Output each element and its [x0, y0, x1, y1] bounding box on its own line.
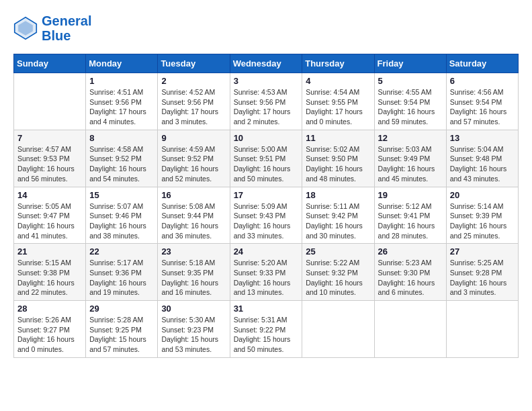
calendar-header-thursday: Thursday — [302, 54, 374, 73]
day-info: Sunrise: 5:23 AMSunset: 9:30 PMDaylight:… — [378, 258, 443, 298]
calendar-header-sunday: Sunday — [14, 54, 86, 73]
day-info: Sunrise: 4:52 AMSunset: 9:56 PMDaylight:… — [161, 87, 226, 127]
day-info: Sunrise: 5:00 AMSunset: 9:51 PMDaylight:… — [234, 144, 299, 184]
day-info: Sunrise: 4:53 AMSunset: 9:56 PMDaylight:… — [234, 87, 299, 127]
day-number: 2 — [161, 76, 226, 86]
day-info: Sunrise: 4:58 AMSunset: 9:52 PMDaylight:… — [89, 144, 154, 184]
day-number: 8 — [89, 133, 154, 143]
day-number: 6 — [450, 76, 515, 86]
day-number: 15 — [89, 190, 154, 200]
calendar-week-1: 1Sunrise: 4:51 AMSunset: 9:56 PMDaylight… — [14, 73, 519, 130]
day-number: 22 — [89, 246, 154, 257]
calendar-table: SundayMondayTuesdayWednesdayThursdayFrid… — [13, 54, 519, 358]
calendar-body: 1Sunrise: 4:51 AMSunset: 9:56 PMDaylight… — [14, 73, 519, 358]
calendar-cell: 8Sunrise: 4:58 AMSunset: 9:52 PMDaylight… — [86, 130, 158, 187]
calendar-cell: 21Sunrise: 5:15 AMSunset: 9:38 PMDayligh… — [14, 244, 86, 301]
day-number: 12 — [378, 133, 443, 143]
day-info: Sunrise: 5:09 AMSunset: 9:43 PMDaylight:… — [234, 201, 299, 241]
day-info: Sunrise: 5:20 AMSunset: 9:33 PMDaylight:… — [234, 258, 299, 298]
calendar-cell — [374, 301, 446, 358]
calendar-week-2: 7Sunrise: 4:57 AMSunset: 9:53 PMDaylight… — [14, 130, 519, 187]
day-number: 20 — [450, 190, 515, 200]
day-info: Sunrise: 5:31 AMSunset: 9:22 PMDaylight:… — [234, 315, 299, 355]
page-header: General Blue — [13, 13, 519, 43]
day-number: 3 — [234, 76, 299, 86]
day-number: 24 — [234, 246, 299, 257]
calendar-cell: 27Sunrise: 5:25 AMSunset: 9:28 PMDayligh… — [446, 244, 518, 301]
calendar-header-monday: Monday — [86, 54, 158, 73]
day-info: Sunrise: 5:11 AMSunset: 9:42 PMDaylight:… — [306, 201, 370, 241]
day-info: Sunrise: 5:28 AMSunset: 9:25 PMDaylight:… — [89, 315, 154, 355]
day-number: 30 — [161, 304, 226, 314]
calendar-cell: 18Sunrise: 5:11 AMSunset: 9:42 PMDayligh… — [302, 187, 374, 244]
calendar-header-tuesday: Tuesday — [158, 54, 230, 73]
day-number: 1 — [89, 76, 154, 86]
day-number: 17 — [234, 190, 299, 200]
day-number: 16 — [161, 190, 226, 200]
calendar-cell: 2Sunrise: 4:52 AMSunset: 9:56 PMDaylight… — [158, 73, 230, 130]
calendar-cell: 6Sunrise: 4:56 AMSunset: 9:54 PMDaylight… — [446, 73, 518, 130]
calendar-header-friday: Friday — [374, 54, 446, 73]
day-number: 14 — [17, 190, 82, 200]
day-info: Sunrise: 4:59 AMSunset: 9:52 PMDaylight:… — [161, 144, 226, 184]
day-info: Sunrise: 4:55 AMSunset: 9:54 PMDaylight:… — [378, 87, 443, 127]
day-number: 26 — [378, 246, 443, 257]
calendar-cell — [14, 73, 86, 130]
day-number: 21 — [17, 246, 82, 257]
calendar-cell: 9Sunrise: 4:59 AMSunset: 9:52 PMDaylight… — [158, 130, 230, 187]
calendar-cell: 20Sunrise: 5:14 AMSunset: 9:39 PMDayligh… — [446, 187, 518, 244]
day-number: 29 — [89, 304, 154, 314]
day-info: Sunrise: 5:18 AMSunset: 9:35 PMDaylight:… — [161, 258, 226, 298]
calendar-cell: 22Sunrise: 5:17 AMSunset: 9:36 PMDayligh… — [86, 244, 158, 301]
calendar-cell: 4Sunrise: 4:54 AMSunset: 9:55 PMDaylight… — [302, 73, 374, 130]
day-number: 25 — [306, 246, 370, 257]
calendar-cell: 7Sunrise: 4:57 AMSunset: 9:53 PMDaylight… — [14, 130, 86, 187]
calendar-week-3: 14Sunrise: 5:05 AMSunset: 9:47 PMDayligh… — [14, 187, 519, 244]
calendar-cell: 19Sunrise: 5:12 AMSunset: 9:41 PMDayligh… — [374, 187, 446, 244]
calendar-cell: 31Sunrise: 5:31 AMSunset: 9:22 PMDayligh… — [230, 301, 302, 358]
day-number: 28 — [17, 304, 82, 314]
day-info: Sunrise: 5:30 AMSunset: 9:23 PMDaylight:… — [161, 315, 226, 355]
calendar-cell: 11Sunrise: 5:02 AMSunset: 9:50 PMDayligh… — [302, 130, 374, 187]
calendar-cell: 17Sunrise: 5:09 AMSunset: 9:43 PMDayligh… — [230, 187, 302, 244]
day-info: Sunrise: 5:12 AMSunset: 9:41 PMDaylight:… — [378, 201, 443, 241]
calendar-cell: 24Sunrise: 5:20 AMSunset: 9:33 PMDayligh… — [230, 244, 302, 301]
calendar-header-wednesday: Wednesday — [230, 54, 302, 73]
calendar-cell: 28Sunrise: 5:26 AMSunset: 9:27 PMDayligh… — [14, 301, 86, 358]
day-info: Sunrise: 4:57 AMSunset: 9:53 PMDaylight:… — [17, 144, 82, 184]
calendar-cell: 5Sunrise: 4:55 AMSunset: 9:54 PMDaylight… — [374, 73, 446, 130]
day-info: Sunrise: 4:54 AMSunset: 9:55 PMDaylight:… — [306, 87, 370, 127]
day-info: Sunrise: 5:15 AMSunset: 9:38 PMDaylight:… — [17, 258, 82, 298]
calendar-header-row: SundayMondayTuesdayWednesdayThursdayFrid… — [14, 54, 519, 73]
day-info: Sunrise: 5:04 AMSunset: 9:48 PMDaylight:… — [450, 144, 515, 184]
logo-text: General Blue — [42, 13, 91, 43]
calendar-cell — [302, 301, 374, 358]
day-info: Sunrise: 5:05 AMSunset: 9:47 PMDaylight:… — [17, 201, 82, 241]
day-number: 11 — [306, 133, 370, 143]
day-info: Sunrise: 5:25 AMSunset: 9:28 PMDaylight:… — [450, 258, 515, 298]
day-number: 19 — [378, 190, 443, 200]
day-number: 23 — [161, 246, 226, 257]
day-number: 9 — [161, 133, 226, 143]
day-info: Sunrise: 4:56 AMSunset: 9:54 PMDaylight:… — [450, 87, 515, 127]
day-info: Sunrise: 5:17 AMSunset: 9:36 PMDaylight:… — [89, 258, 154, 298]
calendar-cell: 1Sunrise: 4:51 AMSunset: 9:56 PMDaylight… — [86, 73, 158, 130]
calendar-header-saturday: Saturday — [446, 54, 518, 73]
day-number: 27 — [450, 246, 515, 257]
calendar-week-5: 28Sunrise: 5:26 AMSunset: 9:27 PMDayligh… — [14, 301, 519, 358]
calendar-cell: 14Sunrise: 5:05 AMSunset: 9:47 PMDayligh… — [14, 187, 86, 244]
calendar-cell: 12Sunrise: 5:03 AMSunset: 9:49 PMDayligh… — [374, 130, 446, 187]
day-number: 4 — [306, 76, 370, 86]
calendar-cell: 3Sunrise: 4:53 AMSunset: 9:56 PMDaylight… — [230, 73, 302, 130]
calendar-cell: 13Sunrise: 5:04 AMSunset: 9:48 PMDayligh… — [446, 130, 518, 187]
day-info: Sunrise: 5:07 AMSunset: 9:46 PMDaylight:… — [89, 201, 154, 241]
day-number: 7 — [17, 133, 82, 143]
calendar-cell: 23Sunrise: 5:18 AMSunset: 9:35 PMDayligh… — [158, 244, 230, 301]
calendar-cell: 16Sunrise: 5:08 AMSunset: 9:44 PMDayligh… — [158, 187, 230, 244]
calendar-cell: 30Sunrise: 5:30 AMSunset: 9:23 PMDayligh… — [158, 301, 230, 358]
day-info: Sunrise: 4:51 AMSunset: 9:56 PMDaylight:… — [89, 87, 154, 127]
day-number: 18 — [306, 190, 370, 200]
day-info: Sunrise: 5:03 AMSunset: 9:49 PMDaylight:… — [378, 144, 443, 184]
logo: General Blue — [13, 13, 91, 43]
day-number: 13 — [450, 133, 515, 143]
